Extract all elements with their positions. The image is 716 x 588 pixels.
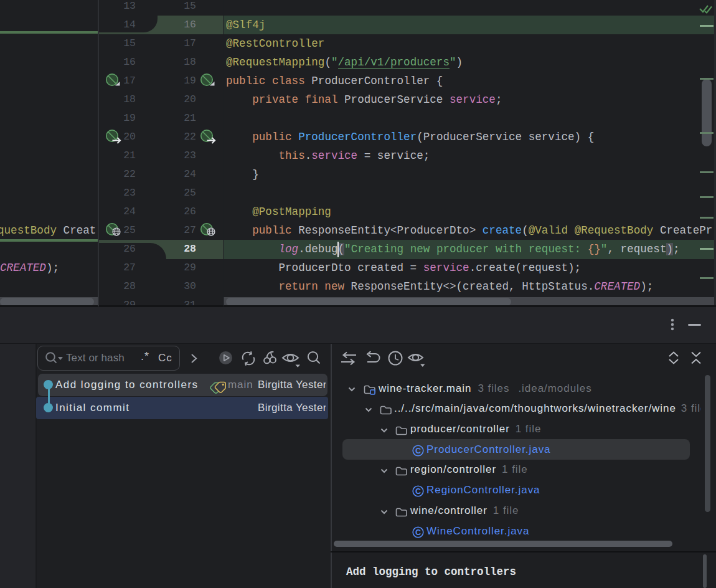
svg-text:C: C <box>415 487 421 496</box>
svg-text:C: C <box>415 528 421 537</box>
svg-text:C: C <box>415 447 421 455</box>
